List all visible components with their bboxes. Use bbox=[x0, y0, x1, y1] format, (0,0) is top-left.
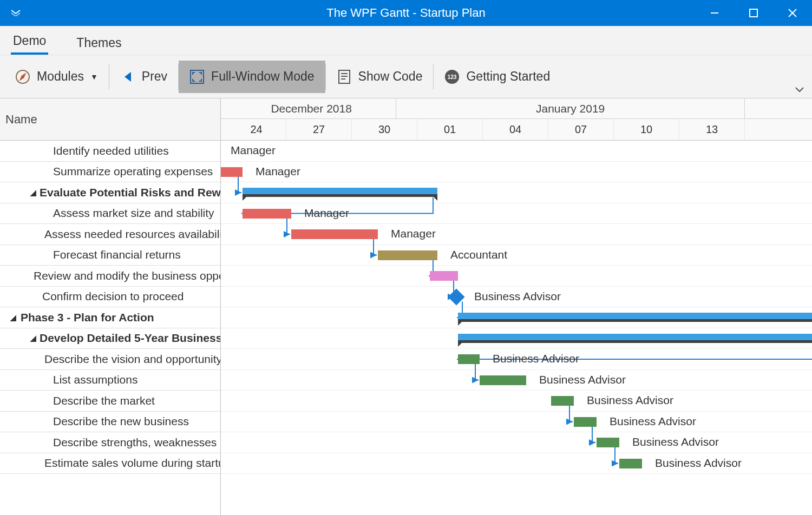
expand-arrow-icon[interactable]: ◢ bbox=[30, 188, 36, 197]
tree-row[interactable]: Review and modify the business opportuni… bbox=[0, 266, 220, 287]
gantt-task-bar[interactable] bbox=[458, 354, 480, 364]
task-resource-label: Business Advisor bbox=[587, 394, 673, 407]
show-code-label: Show Code bbox=[358, 69, 423, 84]
timeline-header: December 2018January 2019 24273001040710… bbox=[221, 98, 812, 141]
tab-demo[interactable]: Demo bbox=[11, 28, 48, 55]
timeline-months-row: December 2018January 2019 bbox=[221, 98, 812, 119]
tree-row[interactable]: Describe the new business bbox=[0, 412, 220, 433]
task-resource-label: Manager bbox=[304, 207, 349, 220]
task-resource-label: Manager bbox=[256, 165, 300, 178]
tree-row[interactable]: Describe strengths, weaknesses bbox=[0, 432, 220, 453]
modules-dropdown[interactable]: Modules ▼ bbox=[4, 61, 109, 93]
tree-row[interactable]: Describe the market bbox=[0, 391, 220, 412]
ribbon-tabs: Demo Themes bbox=[0, 26, 812, 55]
timeline-day: 10 bbox=[614, 119, 679, 140]
tree-row[interactable]: Identify needed utilities bbox=[0, 141, 220, 162]
tree-row[interactable]: List assumptions bbox=[0, 370, 220, 391]
chart-row bbox=[221, 432, 812, 453]
timeline-day: 01 bbox=[417, 119, 483, 140]
gantt-task-bar[interactable] bbox=[291, 229, 378, 239]
tree-row[interactable]: ◢Evaluate Potential Risks and Rewards bbox=[0, 182, 220, 203]
tree-row[interactable]: Assess market size and stability bbox=[0, 203, 220, 225]
task-label: Describe the market bbox=[50, 394, 155, 407]
compass-icon bbox=[15, 69, 30, 84]
gantt-chart-panel: December 2018January 2019 24273001040710… bbox=[221, 98, 812, 515]
minimize-button[interactable] bbox=[695, 0, 734, 26]
tree-row[interactable]: Assess needed resources availability bbox=[0, 224, 220, 245]
task-label: Review and modify the business opportuni… bbox=[30, 269, 220, 282]
chart-row bbox=[221, 266, 812, 287]
gantt-container: Name Identify needed utilitiesSummarize … bbox=[0, 98, 812, 515]
gantt-task-bar[interactable] bbox=[551, 396, 574, 406]
prev-icon bbox=[120, 69, 135, 84]
chart-row bbox=[221, 412, 812, 433]
tree-rows: Identify needed utilitiesSummarize opera… bbox=[0, 141, 220, 474]
expand-arrow-icon[interactable]: ◢ bbox=[9, 313, 17, 322]
task-label: Assess market size and stability bbox=[50, 207, 214, 220]
tree-row[interactable]: Confirm decision to proceed bbox=[0, 287, 220, 308]
task-tree-panel: Name Identify needed utilitiesSummarize … bbox=[0, 98, 221, 515]
123-icon: 123 bbox=[444, 69, 460, 84]
tab-themes[interactable]: Themes bbox=[74, 30, 123, 55]
prev-label: Prev bbox=[142, 69, 167, 84]
gantt-summary-bar[interactable] bbox=[458, 334, 812, 343]
gantt-task-bar[interactable] bbox=[430, 271, 458, 281]
getting-started-button[interactable]: 123 Getting Started bbox=[434, 61, 561, 93]
task-label: Describe the vision and opportunity bbox=[41, 353, 220, 366]
task-resource-label: Business Advisor bbox=[632, 435, 719, 448]
chevron-down-icon: ▼ bbox=[90, 72, 98, 81]
expand-arrow-icon[interactable]: ◢ bbox=[30, 334, 36, 342]
svg-text:123: 123 bbox=[448, 74, 457, 80]
tree-row[interactable]: Describe the vision and opportunity bbox=[0, 349, 220, 370]
tree-row[interactable]: ◢Phase 3 - Plan for Action bbox=[0, 307, 220, 328]
tree-row[interactable]: Summarize operating expenses bbox=[0, 162, 220, 183]
full-window-mode-button[interactable]: Full-Window Mode bbox=[179, 61, 325, 93]
tree-row[interactable]: ◢Develop Detailed 5-Year Business Plan bbox=[0, 328, 220, 349]
tree-row[interactable]: Forecast financial returns bbox=[0, 245, 220, 266]
maximize-button[interactable] bbox=[734, 0, 773, 26]
gantt-task-bar[interactable] bbox=[574, 417, 597, 427]
task-resource-label: Business Advisor bbox=[655, 457, 742, 470]
gantt-summary-bar[interactable] bbox=[243, 188, 437, 197]
gantt-task-bar[interactable] bbox=[221, 167, 243, 177]
toolbar: Modules ▼ Prev Full-Window Mode Show Cod… bbox=[0, 55, 812, 98]
timeline-day: 30 bbox=[352, 119, 417, 140]
gantt-task-bar[interactable] bbox=[378, 250, 437, 260]
gantt-task-bar[interactable] bbox=[619, 459, 642, 468]
collapse-ribbon-icon[interactable] bbox=[795, 83, 806, 94]
task-resource-label: Accountant bbox=[450, 248, 507, 261]
gantt-summary-bar[interactable] bbox=[458, 313, 812, 322]
task-label: Assess needed resources availability bbox=[41, 228, 220, 241]
gantt-task-bar[interactable] bbox=[597, 438, 619, 447]
chart-row bbox=[221, 245, 812, 266]
prev-button[interactable]: Prev bbox=[109, 61, 178, 93]
gantt-task-bar[interactable] bbox=[243, 209, 291, 219]
task-resource-label: Business Advisor bbox=[493, 352, 579, 365]
task-resource-label: Business Advisor bbox=[539, 373, 626, 386]
chart-row bbox=[221, 141, 812, 162]
qat-dropdown-icon[interactable] bbox=[6, 4, 25, 22]
task-label: Describe strengths, weaknesses bbox=[50, 436, 217, 449]
task-label: Phase 3 - Plan for Action bbox=[17, 311, 154, 324]
timeline-month: December 2018 bbox=[227, 98, 396, 118]
task-label: Identify needed utilities bbox=[50, 144, 169, 157]
fullscreen-icon bbox=[189, 69, 205, 84]
tree-column-header[interactable]: Name bbox=[0, 98, 220, 141]
show-code-button[interactable]: Show Code bbox=[326, 61, 434, 93]
tree-row[interactable]: Estimate sales volume during startup bbox=[0, 453, 220, 474]
gantt-task-bar[interactable] bbox=[480, 375, 526, 385]
gantt-chart-body[interactable]: ManagerManagerManagerManagerAccountantBu… bbox=[221, 141, 812, 515]
task-label: List assumptions bbox=[50, 373, 137, 386]
timeline-day: 27 bbox=[286, 119, 352, 140]
task-label: Confirm decision to proceed bbox=[39, 290, 184, 303]
task-resource-label: Manager bbox=[231, 144, 276, 157]
timeline-day: 24 bbox=[227, 119, 286, 140]
titlebar: The WPF Gantt - Startup Plan bbox=[0, 0, 812, 26]
task-label: Evaluate Potential Risks and Rewards bbox=[36, 186, 220, 199]
full-window-label: Full-Window Mode bbox=[211, 69, 314, 84]
task-label: Develop Detailed 5-Year Business Plan bbox=[36, 332, 220, 345]
modules-label: Modules bbox=[37, 69, 84, 84]
chart-row bbox=[221, 391, 812, 412]
close-button[interactable] bbox=[773, 0, 812, 26]
task-label: Summarize operating expenses bbox=[50, 165, 213, 178]
